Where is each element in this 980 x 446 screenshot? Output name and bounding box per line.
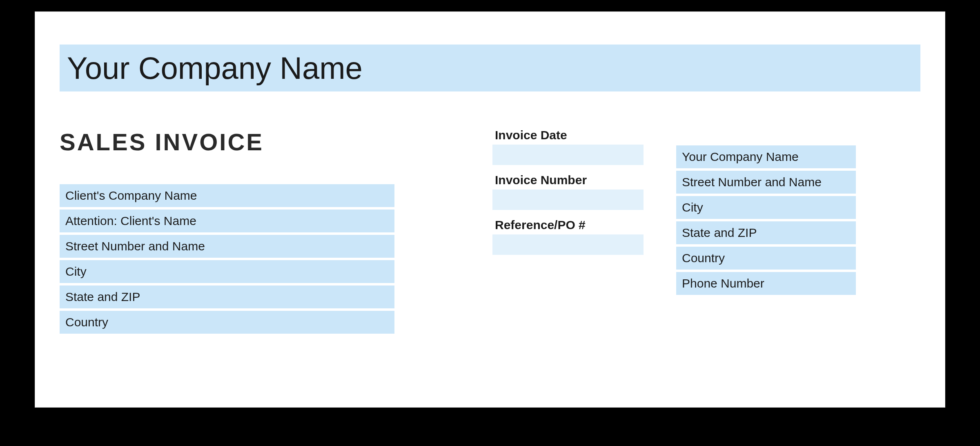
right-column: Your Company Name Street Number and Name… — [676, 145, 856, 336]
client-street-field[interactable]: Street Number and Name — [60, 235, 394, 258]
invoice-number-label: Invoice Number — [492, 173, 644, 187]
sender-city-field[interactable]: City — [676, 196, 856, 219]
header-bar: Your Company Name — [60, 45, 920, 91]
client-city-field[interactable]: City — [60, 260, 394, 283]
invoice-number-block: Invoice Number — [492, 173, 644, 210]
reference-field[interactable] — [492, 234, 644, 255]
invoice-number-field[interactable] — [492, 190, 644, 210]
client-statezip-field[interactable]: State and ZIP — [60, 285, 394, 308]
left-column: SALES INVOICE Client's Company Name Atte… — [60, 128, 394, 336]
reference-block: Reference/PO # — [492, 218, 644, 255]
invoice-page: Your Company Name SALES INVOICE Client's… — [35, 11, 945, 408]
sender-street-field[interactable]: Street Number and Name — [676, 171, 856, 194]
client-attention-field[interactable]: Attention: Client's Name — [60, 210, 394, 232]
sender-phone-field[interactable]: Phone Number — [676, 272, 856, 295]
reference-label: Reference/PO # — [492, 218, 644, 232]
sender-statezip-field[interactable]: State and ZIP — [676, 221, 856, 244]
invoice-title: SALES INVOICE — [60, 128, 394, 156]
content-area: SALES INVOICE Client's Company Name Atte… — [60, 128, 920, 336]
company-name-header[interactable]: Your Company Name — [67, 50, 363, 86]
invoice-date-field[interactable] — [492, 145, 644, 165]
invoice-date-block: Invoice Date — [492, 128, 644, 165]
sender-country-field[interactable]: Country — [676, 247, 856, 270]
sender-company-field[interactable]: Your Company Name — [676, 145, 856, 168]
invoice-date-label: Invoice Date — [492, 128, 644, 142]
middle-column: Invoice Date Invoice Number Reference/PO… — [492, 128, 644, 336]
client-country-field[interactable]: Country — [60, 311, 394, 334]
client-company-field[interactable]: Client's Company Name — [60, 184, 394, 207]
